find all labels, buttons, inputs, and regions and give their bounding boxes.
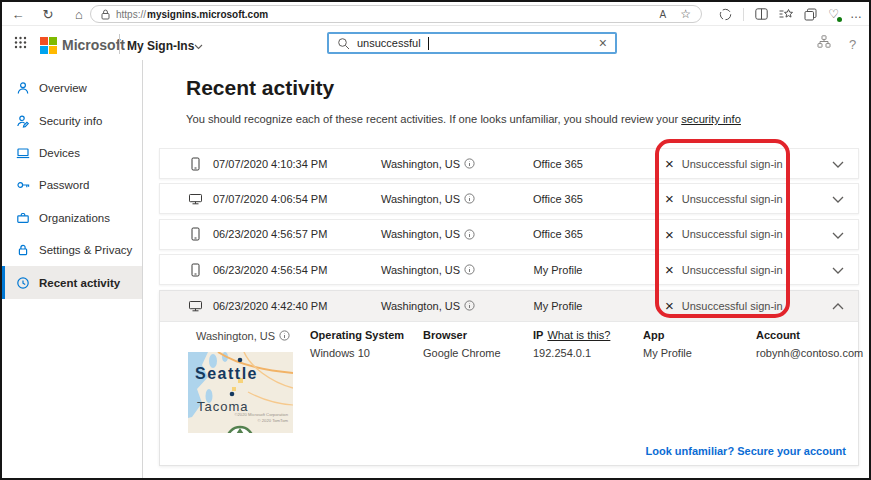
row-datetime: 06/23/2020 4:56:54 PM	[213, 264, 358, 276]
row-app: Office 365	[498, 158, 618, 170]
header-divider	[119, 34, 120, 54]
info-icon[interactable]	[464, 300, 475, 311]
detail-location: Washington, US	[196, 330, 275, 342]
chevron-up-icon[interactable]	[832, 303, 844, 310]
info-icon[interactable]	[279, 330, 290, 341]
row-location: Washington, US	[381, 264, 460, 276]
search-input[interactable]: unsuccessful ×	[327, 32, 617, 54]
sidebar-item-label: Recent activity	[39, 277, 120, 289]
row-location: Washington, US	[381, 300, 460, 312]
switch-organization-icon[interactable]	[817, 35, 831, 49]
status-text: Unsuccessful sign-in	[682, 228, 783, 240]
page-subtitle: You should recognize each of these recen…	[186, 113, 741, 125]
clear-search-icon[interactable]: ×	[599, 36, 607, 50]
sidebar-item-label: Password	[39, 179, 90, 191]
browser-essentials-icon[interactable]: ♡	[828, 7, 839, 21]
extensions-icon[interactable]	[719, 8, 732, 21]
activity-row[interactable]: 07/07/2020 4:06:54 PM Washington, US Off…	[159, 183, 859, 214]
toolbar-divider	[743, 8, 744, 21]
address-bar[interactable]: https:// mysignins.microsoft.com A ☆	[90, 5, 702, 23]
detail-browser: Browser Google Chrome	[423, 329, 501, 359]
desktop-device-icon	[186, 299, 204, 313]
add-favorite-icon[interactable]: ☆	[680, 7, 691, 21]
refresh-icon[interactable]: ↻	[38, 2, 58, 26]
detail-os: Operating System Windows 10	[310, 329, 404, 359]
what-is-this-link[interactable]: What is this?	[547, 329, 610, 341]
mobile-device-icon	[186, 263, 204, 277]
text-cursor	[428, 37, 429, 50]
map-city-seattle: Seattle	[195, 365, 258, 382]
info-icon[interactable]	[464, 264, 475, 275]
info-icon[interactable]	[464, 193, 475, 204]
row-location: Washington, US	[381, 228, 460, 240]
browser-toolbar: ← ↻ ⌂ https:// mysignins.microsoft.com A…	[2, 2, 869, 26]
detail-ip: IPWhat is this? 192.254.0.1	[533, 329, 610, 359]
person-icon	[16, 81, 30, 95]
favorites-bar-icon[interactable]	[779, 8, 793, 20]
status-text: Unsuccessful sign-in	[682, 193, 783, 205]
subtitle-text: You should recognize each of these recen…	[186, 113, 681, 125]
key-icon	[16, 178, 30, 192]
activity-row-expanded[interactable]: 06/23/2020 4:42:40 PM Washington, US My …	[160, 291, 858, 322]
collections-icon[interactable]	[804, 8, 817, 21]
row-app: Office 365	[498, 193, 618, 205]
activity-row[interactable]: 06/23/2020 4:56:54 PM Washington, US My …	[159, 254, 859, 285]
secure-account-link[interactable]: Look unfamiliar? Secure your account	[646, 445, 847, 457]
info-icon[interactable]	[464, 229, 475, 240]
activity-row[interactable]: 06/23/2020 4:56:57 PM Washington, US Off…	[159, 219, 859, 250]
sidebar-item-recent-activity[interactable]: Recent activity	[2, 266, 142, 298]
app-launcher-icon[interactable]	[14, 36, 27, 49]
search-value: unsuccessful	[357, 37, 421, 49]
microsoft-logo-icon	[40, 37, 57, 54]
row-datetime: 06/23/2020 4:42:40 PM	[213, 300, 358, 312]
location-map[interactable]: Seattle Tacoma ©2020 Microsoft Corporati…	[188, 352, 293, 433]
chevron-down-icon[interactable]	[194, 44, 203, 50]
home-icon[interactable]: ⌂	[69, 2, 89, 26]
activity-list: 07/07/2020 4:10:34 PM Washington, US Off…	[159, 148, 859, 478]
sidebar-item-password[interactable]: Password	[2, 169, 142, 201]
security-info-link[interactable]: security info	[681, 113, 741, 125]
person-edit-icon	[16, 114, 30, 128]
detail-app: App My Profile	[643, 329, 692, 359]
page-title: Recent activity	[186, 76, 334, 100]
sidebar-item-overview[interactable]: Overview	[2, 72, 142, 104]
sidebar-item-label: Overview	[39, 82, 87, 94]
brand-name: Microsoft	[62, 37, 125, 53]
sidebar-item-security-info[interactable]: Security info	[2, 104, 142, 136]
chevron-down-icon[interactable]	[832, 232, 844, 239]
activity-row[interactable]: 07/07/2020 4:10:34 PM Washington, US Off…	[159, 148, 859, 179]
row-datetime: 07/07/2020 4:06:54 PM	[213, 193, 358, 205]
sidebar-item-devices[interactable]: Devices	[2, 137, 142, 169]
sidebar: Overview Security info Devices Password …	[2, 60, 143, 478]
back-icon[interactable]: ←	[8, 2, 28, 26]
chevron-down-icon[interactable]	[832, 267, 844, 274]
sidebar-item-label: Organizations	[39, 212, 110, 224]
chevron-down-icon[interactable]	[832, 196, 844, 203]
search-icon	[337, 37, 350, 50]
row-app: My Profile	[498, 300, 618, 312]
status-x-icon: ×	[665, 191, 674, 206]
history-icon	[16, 276, 30, 290]
status-text: Unsuccessful sign-in	[682, 158, 783, 170]
split-screen-icon[interactable]	[755, 8, 768, 20]
sidebar-item-settings-privacy[interactable]: Settings & Privacy	[2, 234, 142, 266]
status-text: Unsuccessful sign-in	[682, 264, 783, 276]
sidebar-item-organizations[interactable]: Organizations	[2, 202, 142, 234]
status-x-icon: ×	[665, 298, 674, 313]
app-title[interactable]: My Sign-Ins	[127, 39, 194, 53]
row-app: Office 365	[498, 228, 618, 240]
help-icon[interactable]: ?	[849, 37, 856, 52]
info-icon[interactable]	[464, 158, 475, 169]
briefcase-icon	[16, 211, 30, 225]
app-header: Microsoft My Sign-Ins unsuccessful × ?	[2, 26, 869, 60]
settings-more-icon[interactable]: …	[850, 7, 863, 21]
mobile-device-icon	[186, 157, 204, 171]
laptop-icon	[16, 146, 30, 160]
desktop-device-icon	[186, 192, 204, 206]
mobile-device-icon	[186, 227, 204, 241]
sidebar-item-label: Devices	[39, 147, 80, 159]
row-app: My Profile	[498, 264, 618, 276]
chevron-down-icon[interactable]	[832, 161, 844, 168]
read-aloud-icon[interactable]: A	[660, 9, 667, 20]
sidebar-item-label: Security info	[39, 115, 102, 127]
